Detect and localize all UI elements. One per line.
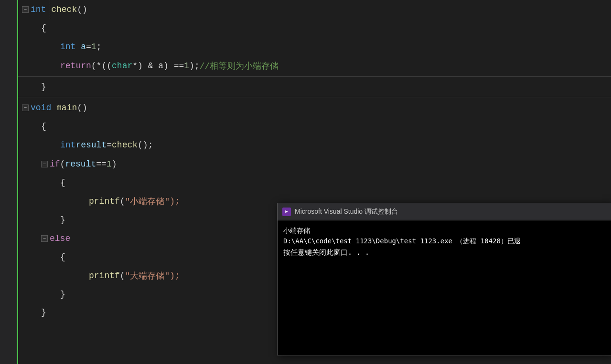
token-parens-6: () [77,103,87,113]
collapse-btn-1[interactable]: − [22,6,29,13]
token-fn-printf-2: printf [89,271,120,281]
token-brace-open-3: { [60,178,65,187]
code-line-4: return (*(( char *) & a) == 1 ); //相等则为小… [18,56,611,75]
collapse-btn-4[interactable]: − [41,235,48,242]
token-brace-close-3: } [60,215,65,225]
token-else: else [50,234,70,243]
token-space-9: ( [60,159,65,169]
token-char: char [112,61,132,71]
code-line-3: int a = 1 ; [18,37,611,56]
code-line-1: − int check () [18,0,611,19]
divider-line [18,76,611,77]
token-int-1: int [31,5,46,14]
token-brace-close-1: } [41,82,46,92]
token-brace-open-4: { [60,252,65,262]
token-semi-11: ); [170,197,180,206]
token-var-result: result [75,140,107,150]
divider-line-2 [18,97,611,97]
token-assign-3: = [86,42,91,52]
token-space-1 [46,5,51,14]
code-line-6: − void main () [18,98,611,117]
token-paren-15: ( [120,271,125,281]
token-return: return [60,61,91,71]
token-parens-1: () [77,5,87,14]
token-fn-main: main [56,103,77,113]
token-num-if: 1 [107,159,112,169]
code-line-5: } [18,78,611,96]
code-line-8: int result = check (); [18,135,611,155]
token-eq-9: == [96,159,107,169]
code-line-2: { [18,19,611,37]
token-semi-15: ); [170,271,180,281]
token-fn-printf-1: printf [89,197,120,206]
collapse-btn-2[interactable]: − [22,104,29,111]
token-paren-close-9: ) [112,159,117,169]
left-bar [0,0,18,364]
token-return-expr: (*(( [91,61,112,71]
code-line-9: − if ( result == 1 ) [18,155,611,174]
token-semi-4: ); [189,61,200,71]
debug-output-line1: 小端存储 [283,225,605,236]
debug-output-line3: 按任意键关闭此窗口. . . [283,247,605,258]
token-if: if [50,159,60,169]
token-num-ret: 1 [184,61,189,71]
debug-output-line2: D:\AA\C\code\test_1123\Debug\test_1123.e… [283,236,605,246]
token-str-2: "大端存储" [125,270,170,281]
token-paren-11: ( [120,197,125,206]
token-var-a: a [81,42,86,52]
token-void: void [31,103,51,113]
debug-console-title: Microsoft Visual Studio 调试控制台 [295,208,398,216]
debug-console[interactable]: Microsoft Visual Studio 调试控制台 小端存储 D:\AA… [277,203,611,355]
token-fn-check: check [51,5,77,14]
token-int-8: int [60,140,75,150]
token-num-1: 1 [91,42,96,52]
token-var-result-2: result [65,159,96,169]
token-space-6 [51,103,56,113]
code-line-10: { [18,174,611,192]
token-brace-open-2: { [41,122,46,131]
vs-icon [282,208,291,216]
token-return-expr2: *) & a) == [132,61,184,71]
token-brace-open-1: { [41,23,46,33]
indent-guide-3 [50,0,50,19]
token-brace-close-main: } [41,308,46,317]
token-semi-3: ; [96,42,102,52]
token-assign-8: = [107,140,112,150]
token-fn-check-call: check [112,140,138,150]
collapse-btn-3[interactable]: − [41,161,48,167]
token-space-3 [75,42,81,52]
token-str-1: "小端存储" [125,196,170,207]
code-line-7: { [18,117,611,135]
token-semi-8: (); [138,140,153,150]
debug-console-titlebar: Microsoft Visual Studio 调试控制台 [278,203,611,220]
editor-container: − int check () { int a = 1 ; return (*((… [0,0,611,364]
token-brace-close-4: } [60,290,65,299]
token-comment-4: //相等则为小端存储 [200,60,279,72]
debug-console-body: 小端存储 D:\AA\C\code\test_1123\Debug\test_1… [278,220,611,263]
token-int-3: int [60,42,75,52]
